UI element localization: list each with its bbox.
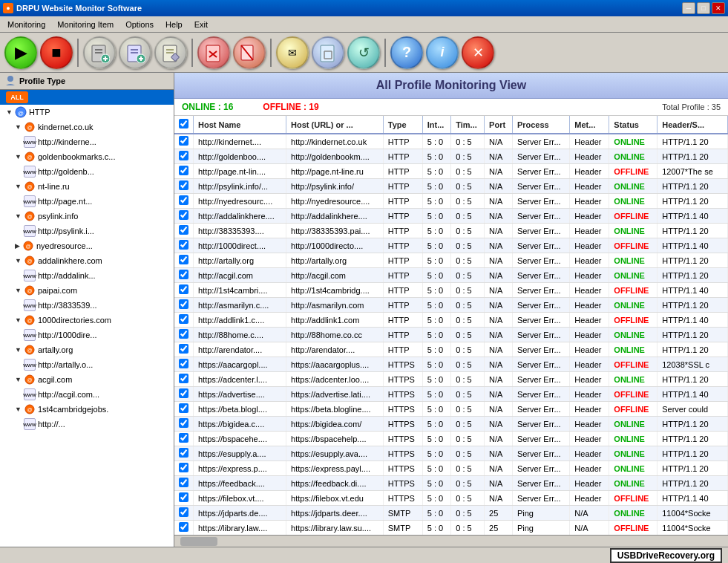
start-button[interactable]: ▶ bbox=[4, 36, 37, 69]
add-item-button[interactable] bbox=[119, 36, 151, 69]
table-row[interactable]: http://acgil.com http://acgil.com HTTP 5… bbox=[174, 268, 728, 283]
table-row[interactable]: http://psylink.info/... http://psylink.i… bbox=[174, 179, 728, 194]
col-tim[interactable]: Tim... bbox=[451, 116, 485, 134]
row-check[interactable] bbox=[174, 164, 194, 179]
col-method[interactable]: Met... bbox=[570, 116, 609, 134]
refresh-button[interactable]: ↺ bbox=[347, 36, 380, 69]
col-int[interactable]: Int... bbox=[422, 116, 450, 134]
close-button[interactable]: ✕ bbox=[712, 2, 725, 14]
row-check[interactable] bbox=[174, 313, 194, 328]
row-check[interactable] bbox=[174, 179, 194, 194]
col-status[interactable]: Status bbox=[609, 116, 658, 134]
table-row[interactable]: http://asmarilyn.c.... http://asmarilyn.… bbox=[174, 298, 728, 313]
table-row[interactable]: http://1st4cambri.... http://1st4cambrid… bbox=[174, 283, 728, 298]
table-row[interactable]: https://library.law.... https://library.… bbox=[174, 521, 728, 536]
export-button[interactable] bbox=[312, 36, 344, 69]
row-check[interactable] bbox=[174, 194, 194, 209]
row-check[interactable] bbox=[174, 387, 194, 402]
sidebar-item-kindernet[interactable]: ▼ @ kindernet.co.uk bbox=[0, 120, 174, 134]
col-type[interactable]: Type bbox=[383, 116, 422, 134]
sidebar-item-goldenbookmarks[interactable]: ▼ @ goldenbookmarks.c... bbox=[0, 149, 174, 164]
table-row[interactable]: http://addlink1.c.... http://addlink1.co… bbox=[174, 313, 728, 328]
col-hostname[interactable]: Host Name bbox=[194, 116, 286, 134]
sidebar-item-all[interactable]: ALL bbox=[0, 90, 174, 105]
sidebar-item-psylink-url[interactable]: www http://psylink.i... bbox=[0, 224, 174, 238]
help-button[interactable]: ? bbox=[390, 36, 423, 69]
row-check[interactable] bbox=[174, 238, 194, 253]
table-row[interactable]: http://38335393.... http://38335393.pai.… bbox=[174, 224, 728, 238]
scrollbar-thumb[interactable] bbox=[180, 537, 217, 546]
stop-button[interactable]: ■ bbox=[40, 36, 73, 69]
sidebar-scroll[interactable]: ALL ▼ @ HTTP ▼ @ kindernet.co.uk www h bbox=[0, 90, 174, 547]
delete-button[interactable] bbox=[197, 36, 230, 69]
row-check[interactable] bbox=[174, 253, 194, 268]
table-row[interactable]: https://esupply.a.... https://esupply.av… bbox=[174, 446, 728, 461]
sidebar-item-paipai[interactable]: ▼ @ paipai.com bbox=[0, 283, 174, 298]
table-row[interactable]: https://filebox.vt.... https://filebox.v… bbox=[174, 491, 728, 506]
menu-monitoring-item[interactable]: Monitoring Item bbox=[51, 19, 119, 30]
add-profile-button[interactable] bbox=[83, 36, 116, 69]
row-check[interactable] bbox=[174, 357, 194, 372]
sidebar-item-acgil-url[interactable]: www http://acgil.com... bbox=[0, 387, 174, 402]
table-row[interactable]: https://aacargopl.... https://aacargoplu… bbox=[174, 357, 728, 372]
close-app-button[interactable]: ✕ bbox=[462, 36, 494, 69]
col-hosturl[interactable]: Host (URL) or ... bbox=[286, 116, 384, 134]
sidebar-item-1st4cambridge[interactable]: ▼ @ 1st4cambridgejobs. bbox=[0, 402, 174, 417]
minimize-button[interactable]: ─ bbox=[682, 2, 695, 14]
sidebar-item-1st4cambridge-url[interactable]: www http://... bbox=[0, 417, 174, 432]
sidebar-item-paipai-url[interactable]: www http://3833539... bbox=[0, 298, 174, 313]
sidebar-item-addalinkhere[interactable]: ▼ @ addalinkhere.com bbox=[0, 253, 174, 268]
table-row[interactable]: https://jdparts.de.... https://jdparts.d… bbox=[174, 506, 728, 521]
row-check[interactable] bbox=[174, 402, 194, 417]
menu-options[interactable]: Options bbox=[119, 19, 160, 30]
col-check[interactable] bbox=[174, 116, 194, 134]
sidebar-item-ntline[interactable]: ▼ @ nt-line.ru bbox=[0, 179, 174, 194]
table-row[interactable]: http://arendator.... http://arendator...… bbox=[174, 342, 728, 357]
table-row[interactable]: https://advertise.... https://advertise.… bbox=[174, 387, 728, 402]
menu-exit[interactable]: Exit bbox=[188, 19, 214, 30]
table-row[interactable]: http://88home.c.... http://88home.co.cc … bbox=[174, 328, 728, 342]
edit-button[interactable] bbox=[154, 36, 187, 69]
sidebar-item-psylink[interactable]: ▼ @ psylink.info bbox=[0, 209, 174, 224]
row-check[interactable] bbox=[174, 224, 194, 238]
row-check[interactable] bbox=[174, 446, 194, 461]
table-row[interactable]: http://kindernet.... http://kindernet.co… bbox=[174, 134, 728, 149]
horizontal-scrollbar[interactable] bbox=[174, 535, 728, 547]
table-row[interactable]: http://addalinkhere.... http://addalinkh… bbox=[174, 209, 728, 224]
table-row[interactable]: http://goldenboo.... http://goldenbookm.… bbox=[174, 149, 728, 164]
row-check[interactable] bbox=[174, 461, 194, 476]
sidebar-item-ntline-url[interactable]: www http://page.nt... bbox=[0, 194, 174, 209]
row-check[interactable] bbox=[174, 283, 194, 298]
col-header[interactable]: Header/S... bbox=[658, 116, 728, 134]
table-row[interactable]: https://beta.blogl.... https://beta.blog… bbox=[174, 402, 728, 417]
row-check[interactable] bbox=[174, 506, 194, 521]
sidebar-item-1000dir-url[interactable]: www http://1000dire... bbox=[0, 328, 174, 342]
sidebar-item-addalinkhere-url[interactable]: www http://addalink... bbox=[0, 268, 174, 283]
row-check[interactable] bbox=[174, 268, 194, 283]
row-check[interactable] bbox=[174, 209, 194, 224]
table-row[interactable]: http://1000direct.... http://1000directo… bbox=[174, 238, 728, 253]
sidebar-item-kindernet-url[interactable]: www http://kinderne... bbox=[0, 134, 174, 149]
row-check[interactable] bbox=[174, 521, 194, 536]
email-button[interactable]: ✉ bbox=[276, 36, 309, 69]
table-row[interactable]: https://bigidea.c.... https://bigidea.co… bbox=[174, 417, 728, 432]
row-check[interactable] bbox=[174, 372, 194, 387]
col-port[interactable]: Port bbox=[485, 116, 513, 134]
select-all-checkbox[interactable] bbox=[179, 119, 188, 128]
table-row[interactable]: https://adcenter.l.... https://adcenter.… bbox=[174, 372, 728, 387]
info-button[interactable]: i bbox=[426, 36, 459, 69]
sidebar-item-artally[interactable]: ▼ @ artally.org bbox=[0, 342, 174, 357]
sidebar-item-1000dir[interactable]: ▼ @ 1000directories.com bbox=[0, 313, 174, 328]
row-check[interactable] bbox=[174, 491, 194, 506]
row-check[interactable] bbox=[174, 476, 194, 491]
sidebar-item-goldenbookmarks-url[interactable]: www http://goldenb... bbox=[0, 164, 174, 179]
row-check[interactable] bbox=[174, 134, 194, 149]
row-check[interactable] bbox=[174, 298, 194, 313]
menu-monitoring[interactable]: Monitoring bbox=[1, 19, 51, 30]
row-check[interactable] bbox=[174, 432, 194, 446]
maximize-button[interactable]: □ bbox=[697, 2, 710, 14]
sidebar-item-http[interactable]: ▼ @ HTTP bbox=[0, 105, 174, 120]
sidebar-item-acgil[interactable]: ▼ @ acgil.com bbox=[0, 372, 174, 387]
row-check[interactable] bbox=[174, 328, 194, 342]
row-check[interactable] bbox=[174, 149, 194, 164]
